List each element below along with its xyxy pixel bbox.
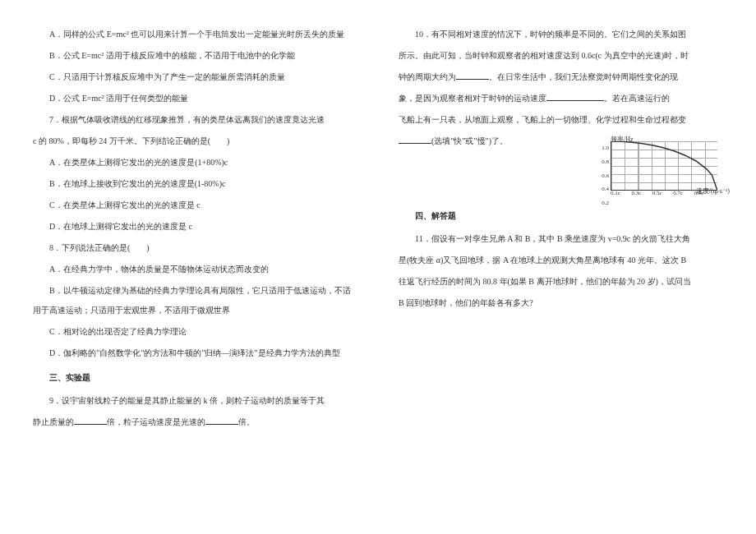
section-4-title: 四、解答题 [399, 206, 723, 226]
q6-option-c: C．只适用于计算核反应堆中为了产生一定的能量所需消耗的质量 [33, 67, 357, 87]
section-3-title: 三、实验题 [33, 368, 357, 388]
chart-y-ticks: 1.0 0.8 0.6 0.4 0.2 [596, 141, 609, 191]
q8-option-d: D．伽利略的"自然数学化"的方法和牛顿的"归纳—演绎法"是经典力学方法的典型 [33, 343, 357, 363]
q7-option-b: B．在地球上接收到它发出的光的速度是(1-80%)c [33, 174, 357, 194]
q10-l4-suffix: 。若在高速运行的 [604, 94, 670, 103]
q9-stem-2: 静止质量的倍，粒子运动速度是光速的倍。 [33, 412, 357, 432]
q7-stem-2: c 的 80%，即每秒 24 万千米。下列结论正确的是( ) [33, 131, 357, 151]
q8-option-b: B．以牛顿运动定律为基础的经典力学理论具有局限性，它只适用于低速运动，不适用于高… [33, 281, 357, 320]
q6-option-a: A．同样的公式 E=mc² 也可以用来计算一个手电筒发出一定能量光时所丢失的质量 [33, 25, 357, 44]
q10-blank-1 [456, 70, 489, 80]
q8-option-a: A．在经典力学中，物体的质量是不随物体运动状态而改变的 [33, 260, 357, 279]
q9-stem-1: 9．设宇宙射线粒子的能量是其静止能量的 k 倍，则粒子运动时的质量等于其 [33, 391, 357, 411]
q9-prefix: 静止质量的 [33, 417, 74, 426]
frequency-chart: 频率/Hz 1.0 0.8 0.6 0.4 0.2 0.1c [596, 133, 723, 203]
q7-option-d: D．在地球上测得它发出的光的速度是 c [33, 217, 357, 237]
q7-stem-1: 7．根据气体吸收谱线的红移现象推算，有的类星体远离我们的速度竟达光速 [33, 110, 357, 130]
q10-line-2: 所示。由此可知，当时钟和观察者的相对速度达到 0.6c(c 为真空中的光速)时，… [399, 46, 723, 66]
q10-l4-prefix: 象，是因为观察者相对于时钟的运动速度 [399, 94, 546, 103]
q7-option-a: A．在类星体上测得它发出的光的速度是(1+80%)c [33, 153, 357, 173]
q10-line-1: 10．有不同相对速度的情况下，时钟的频率是不同的。它们之间的关系如图 [399, 25, 723, 44]
q9-mid: 倍，粒子运动速度是光速的 [107, 417, 205, 426]
right-column: 10．有不同相对速度的情况下，时钟的频率是不同的。它们之间的关系如图 所示。由此… [399, 25, 723, 509]
q10-line-5: 飞船上有一只表，从地面上观察，飞船上的一切物理、化学过程和生命过程都变 [399, 110, 723, 130]
q10-blank-3 [399, 134, 431, 144]
q10-blank-2 [546, 91, 604, 101]
q9-blank-1 [74, 415, 107, 425]
q7-option-c: C．在类星体上测得它发出的光的速度是 c [33, 196, 357, 215]
q10-line-3: 钟的周期大约为。在日常生活中，我们无法察觉时钟周期性变化的现 [399, 67, 723, 87]
q11-line-2: 星(牧夫座 α)又飞回地球，据 A 在地球上的观测大角星离地球有 40 光年。这… [399, 251, 723, 270]
q6-option-b: B．公式 E=mc² 适用于核反应堆中的核能，不适用于电池中的化学能 [33, 46, 357, 66]
q11-line-3: 往返飞行经历的时间为 80.8 年(如果 B 离开地球时，他们的年龄为 20 岁… [399, 272, 723, 292]
q11-line-4: B 回到地球时，他们的年龄各有多大? [399, 293, 723, 313]
chart-x-label: 速度/(m·s⁻¹) [696, 183, 730, 199]
q9-blank-2 [205, 415, 238, 425]
q10-line-4: 象，是因为观察者相对于时钟的运动速度。若在高速运行的 [399, 89, 723, 108]
q10-l6-mid: (选填"快"或"慢")了。 [431, 136, 508, 145]
q11-line-1: 11．假设有一对孪生兄弟 A 和 B，其中 B 乘坐速度为 v=0.9c 的火箭… [399, 229, 723, 249]
q10-l3-suffix: 。在日常生活中，我们无法察觉时钟周期性变化的现 [489, 72, 678, 81]
q10-l3-prefix: 钟的周期大约为 [399, 72, 456, 81]
q8-stem: 8．下列说法正确的是( ) [33, 238, 357, 258]
q8-option-c: C．相对论的出现否定了经典力学理论 [33, 322, 357, 342]
q9-suffix: 倍。 [238, 417, 255, 426]
q6-option-d: D．公式 E=mc² 适用于任何类型的能量 [33, 89, 357, 108]
left-column: A．同样的公式 E=mc² 也可以用来计算一个手电筒发出一定能量光时所丢失的质量… [33, 25, 357, 509]
